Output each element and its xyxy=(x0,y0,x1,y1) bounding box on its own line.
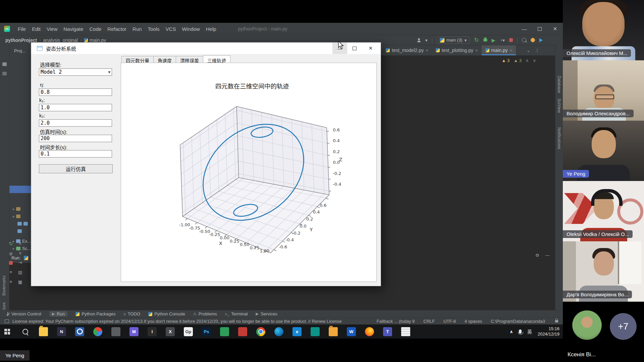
participant-video[interactable]: Oleksii Vodka / Олексій О... xyxy=(563,181,644,241)
time-step-input[interactable]: 0.1 xyxy=(39,150,112,158)
folder-tool-icon[interactable] xyxy=(2,72,7,75)
taskbar-icon-letter[interactable]: W xyxy=(347,327,356,336)
code-with-me-icon[interactable] xyxy=(417,38,421,42)
taskbar-icon-chrome[interactable] xyxy=(256,327,265,336)
overflow-participants-badge[interactable]: +7 xyxy=(610,313,637,340)
prev-issue-icon[interactable]: ∧ xyxy=(526,58,529,63)
toolwindow-services[interactable]: ▶Services xyxy=(256,311,277,316)
taskbar-icon-letter[interactable] xyxy=(111,327,120,336)
toolwindow-terminal[interactable]: >_Terminal xyxy=(225,311,248,316)
taskbar-icon-letter[interactable]: I xyxy=(148,327,157,336)
toolwindow-todo[interactable]: ≡TODO xyxy=(123,311,140,316)
toolwindow-python-console[interactable]: Python Console xyxy=(148,311,185,316)
profiler-icon[interactable]: ▶ xyxy=(492,38,495,43)
run-tab-python-icon[interactable] xyxy=(24,256,28,260)
taskbar-icon-letter[interactable]: M xyxy=(129,327,139,336)
taskbar-icon-ring[interactable] xyxy=(75,327,84,336)
tray-expand-icon[interactable]: ∧ xyxy=(509,329,513,334)
sciview-tool-button[interactable]: SciView xyxy=(557,99,561,113)
tab-quaternion-components[interactable]: 四元数分量 xyxy=(121,56,154,63)
tree-row[interactable] xyxy=(17,229,22,233)
gear-icon[interactable]: ⚙ xyxy=(535,253,539,258)
taskbar-icon-start[interactable] xyxy=(3,327,12,336)
taskbar-icon-doc[interactable] xyxy=(401,327,410,336)
taskbar-icon-search[interactable] xyxy=(21,327,30,336)
close-icon[interactable]: × xyxy=(475,48,478,53)
menu-code[interactable]: Code xyxy=(86,25,104,33)
ime-indicator[interactable]: 英 xyxy=(527,328,532,335)
app-close-button[interactable]: ✕ xyxy=(363,43,378,54)
services-play-icon[interactable] xyxy=(539,38,543,42)
scroll-up-icon[interactable]: ∧ xyxy=(18,241,22,246)
taskbar-icon-letter[interactable]: T xyxy=(383,327,392,336)
taskbar-icon-letter[interactable] xyxy=(238,327,247,336)
menu-window[interactable]: Window xyxy=(179,25,203,33)
app-maximize-button[interactable] xyxy=(347,43,362,54)
search-icon[interactable] xyxy=(522,38,526,42)
taskbar-icon-firefox[interactable] xyxy=(365,327,374,336)
menu-run[interactable]: Run xyxy=(129,25,145,33)
run-config-selector[interactable]: main (3) ▾ xyxy=(437,37,470,44)
interpreter-widget[interactable]: C:\ProgramData\anaconda3 xyxy=(491,319,545,324)
participant-video[interactable]: Володимир Олександров... xyxy=(563,60,644,121)
tree-row[interactable] xyxy=(17,222,28,226)
participant-video[interactable]: Олексій Миколайович М... xyxy=(563,0,644,60)
close-icon[interactable]: × xyxy=(510,48,513,53)
menu-navigate[interactable]: Navigate xyxy=(60,25,86,33)
taskbar-icon-folder[interactable] xyxy=(39,327,48,336)
clear-icon[interactable]: ▦ xyxy=(18,280,22,285)
pycharm-minimize-button[interactable]: — xyxy=(517,23,532,35)
menu-view[interactable]: View xyxy=(44,25,60,33)
participant-video[interactable]: Дар'я Володимирівна Во... xyxy=(563,241,644,302)
rerun-icon[interactable]: ↻ xyxy=(474,37,479,44)
stop-icon[interactable] xyxy=(509,38,513,42)
k1-input[interactable]: 1.0 xyxy=(39,104,112,111)
line-separator-widget[interactable]: CRLF xyxy=(423,319,435,324)
menu-edit[interactable]: Edit xyxy=(29,25,44,33)
close-icon[interactable]: × xyxy=(426,48,428,53)
participant-tile-avatar[interactable]: +7 Ксенія Ві... xyxy=(563,302,644,362)
settings-icon[interactable]: ⚙ xyxy=(9,251,13,256)
toolwindow-version-control[interactable]: Version Control xyxy=(6,311,41,316)
project-panel-header[interactable]: Proj... xyxy=(14,48,25,53)
warning-icon[interactable]: ▲ 3 xyxy=(502,58,510,63)
menu-help[interactable]: Help xyxy=(203,25,219,33)
taskbar-icon-letter[interactable] xyxy=(220,327,229,336)
taskbar-icon-letter[interactable]: X xyxy=(166,327,175,336)
toolwindow-python-packages[interactable]: Python Packages xyxy=(75,311,115,316)
toolwindow-run[interactable]: ▶Run xyxy=(49,311,67,317)
tab-drift-error[interactable]: 漂移误差 xyxy=(176,56,203,63)
taskbar-icon-letter[interactable]: Gp xyxy=(184,327,193,336)
chevron-down-icon[interactable]: ⌄ xyxy=(527,48,530,53)
encoding-widget[interactable]: UTF-8 xyxy=(443,319,456,324)
taskbar-icon-letter[interactable]: e xyxy=(292,327,302,336)
scroll-down-icon[interactable]: ∨ xyxy=(18,250,22,255)
taskbar-icon-letter[interactable]: N xyxy=(57,327,66,336)
menu-tools[interactable]: Tools xyxy=(145,25,163,33)
coverage-icon[interactable]: ◔▾ xyxy=(500,38,505,43)
editor-tab[interactable]: test_plotting.py× xyxy=(432,45,482,55)
tab-angular-velocity[interactable]: 角速度 xyxy=(153,56,176,63)
taskbar-icon-edge[interactable] xyxy=(274,327,283,336)
bookmarks-tool-button[interactable]: Bookmarks xyxy=(2,276,6,296)
list-icon[interactable]: ≡ xyxy=(9,269,12,275)
more-options-icon[interactable]: ⋮ xyxy=(535,48,539,53)
tree-row[interactable]: ▸ xyxy=(13,215,20,218)
taskbar-icon-letter[interactable] xyxy=(311,327,320,336)
editor-tab-active[interactable]: main.py× xyxy=(482,45,516,55)
hide-icon[interactable]: — xyxy=(545,253,550,258)
soft-wrap-icon[interactable]: ⇥ xyxy=(18,260,22,265)
pycharm-close-button[interactable]: ✕ xyxy=(547,23,563,35)
model-select-dropdown[interactable]: Model 2 ▼ xyxy=(39,68,112,76)
indent-widget[interactable]: 4 spaces xyxy=(465,319,482,324)
taskbar-icon-letter[interactable]: Ps xyxy=(202,327,211,336)
microphone-icon[interactable] xyxy=(519,329,522,334)
project-tool-icon[interactable] xyxy=(2,62,7,66)
sim-time-input[interactable]: 200 xyxy=(39,135,112,142)
tab-3d-trajectory[interactable]: 三维轨迹 xyxy=(203,55,230,62)
tree-row[interactable]: ▸ xyxy=(13,207,20,211)
menu-refactor[interactable]: Refactor xyxy=(104,25,129,33)
stop-icon[interactable] xyxy=(9,261,13,265)
menu-file[interactable]: File xyxy=(15,25,29,33)
taskbar-icon-sphere[interactable] xyxy=(93,327,102,336)
